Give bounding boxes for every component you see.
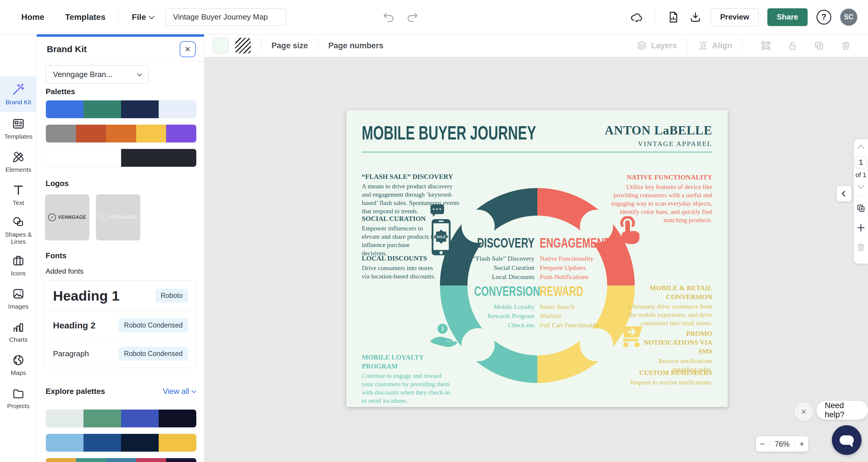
page-up-button[interactable] <box>854 146 868 150</box>
text-block-custom-reminders[interactable]: CUSTOM REMINDERS Request to receive noti… <box>606 368 712 387</box>
align-icon <box>698 40 709 51</box>
palette-color <box>121 100 159 118</box>
font-row-paragraph[interactable]: Paragraph Roboto Condensed <box>45 339 196 368</box>
zoom-in-button[interactable]: + <box>795 436 808 452</box>
chat-widget-button[interactable] <box>832 425 862 455</box>
sidebar-item-elements[interactable]: Elements <box>0 145 37 178</box>
delete-page-button[interactable] <box>854 242 868 252</box>
text-block-local-discounts[interactable]: LOCAL DISCOUNTS Drive consumers into sto… <box>362 254 436 281</box>
brand-palette[interactable] <box>45 149 196 167</box>
block-heading: “FLASH SALE” DISCOVERY <box>362 172 462 181</box>
sidebar-item-label: Shapes & Lines <box>0 231 37 245</box>
palette-color <box>136 458 166 462</box>
redo-icon[interactable] <box>406 11 419 24</box>
trash-icon[interactable] <box>840 40 851 51</box>
need-help-bubble[interactable]: Need help? <box>816 401 868 420</box>
duplicate-page-button[interactable] <box>854 203 868 213</box>
collapse-panel-button[interactable] <box>837 186 851 202</box>
text-block-social-curation[interactable]: SOCIAL CURATION Empower influencers to e… <box>362 214 436 258</box>
stage-reward[interactable]: REWARD Smart Search Wishlist Full Cart F… <box>540 284 631 330</box>
infographic-brand[interactable]: ANTON LaBELLE VINTAGE APPAREL <box>605 123 713 148</box>
sidebar-item-label: Templates <box>4 133 33 140</box>
sidebar-item-maps[interactable]: Maps <box>0 348 37 381</box>
export-document-icon[interactable] <box>667 11 680 24</box>
align-button[interactable]: Align <box>698 40 733 51</box>
stage-conversion[interactable]: CONVERSION Mobile Loyalty Rewards Progra… <box>448 284 534 330</box>
download-icon[interactable] <box>689 11 702 24</box>
palette-color <box>121 434 159 452</box>
avatar[interactable]: SC <box>840 8 857 26</box>
text-block-promo-notifications[interactable]: PROMO NOTIFICATIONS VIA SMS Receive noti… <box>638 329 712 374</box>
toolbar-divider <box>687 39 687 53</box>
stage-discovery[interactable]: DISCOVERY “Flash Sale” Discovery Social … <box>452 236 534 282</box>
page-down-button[interactable] <box>854 183 868 188</box>
share-button[interactable]: Share <box>767 8 808 26</box>
nav-home[interactable]: Home <box>21 12 44 22</box>
help-button[interactable]: ? <box>816 10 831 25</box>
brand-logo-dark[interactable]: VENNGAGE <box>45 194 89 241</box>
palette-color <box>84 434 121 452</box>
text-block-mobile-loyalty[interactable]: MOBILE LOYALTY PROGRAM Continue to engag… <box>362 353 454 405</box>
text-block-flash-sale[interactable]: “FLASH SALE” DISCOVERY A means to drive … <box>362 172 462 216</box>
sidebar-item-images[interactable]: Images <box>0 282 37 315</box>
sidebar-item-shapes-lines[interactable]: Shapes & Lines <box>0 211 37 249</box>
palette-color <box>84 100 121 118</box>
sidebar-item-icons[interactable]: Icons <box>0 249 37 282</box>
font-row-heading1[interactable]: Heading 1 Roboto <box>45 280 196 311</box>
view-all-link[interactable]: View all <box>163 387 195 396</box>
preview-button[interactable]: Preview <box>711 8 758 26</box>
infographic-title[interactable]: MOBILE BUYER JOURNEY <box>362 122 604 144</box>
brand-tagline: VINTAGE APPAREL <box>605 140 713 148</box>
brand-kit-selector-value: Venngage Bran... <box>53 70 113 79</box>
stage-name: DISCOVERY <box>477 236 534 250</box>
explore-palette[interactable] <box>45 409 196 428</box>
page-numbers-button[interactable]: Page numbers <box>328 41 383 50</box>
dismiss-help-button[interactable] <box>794 402 813 421</box>
nav-templates[interactable]: Templates <box>65 12 105 22</box>
canvas-page[interactable]: MOBILE BUYER JOURNEY ANTON LaBELLE VINTA… <box>346 110 728 407</box>
font-row-heading2[interactable]: Heading 2 Roboto Condensed <box>45 311 196 339</box>
block-heading: CUSTOM REMINDERS <box>606 368 712 377</box>
zoom-level[interactable]: 76% <box>769 436 795 452</box>
text-block-native-functionality[interactable]: NATIVE FUNCTIONALITY Utilize key feature… <box>610 173 712 224</box>
stage-engagement[interactable]: ENGAGEMENT Native Functionality Frequent… <box>540 236 631 282</box>
cloud-saved-icon <box>630 11 643 24</box>
current-page-box[interactable]: 1 <box>854 156 868 168</box>
logo-text: VENNGAGE <box>109 215 137 220</box>
sidebar-item-templates[interactable]: Templates <box>0 112 37 145</box>
trash-icon <box>856 242 866 252</box>
explore-palette[interactable] <box>45 434 196 452</box>
explore-palette[interactable] <box>45 458 196 462</box>
brand-palette[interactable] <box>45 124 196 143</box>
add-page-button[interactable] <box>854 223 868 233</box>
sidebar-item-label: Icons <box>11 270 26 277</box>
palette-color <box>159 100 196 118</box>
page-size-button[interactable]: Page size <box>272 41 308 50</box>
brand-logo-light[interactable]: VENNGAGE <box>96 194 140 241</box>
sidebar-item-text[interactable]: Text <box>0 178 37 211</box>
page-navigation-panel: 1 of 1 <box>854 139 868 264</box>
file-menu[interactable]: File <box>132 12 154 22</box>
layers-icon <box>636 40 647 51</box>
sidebar-item-charts[interactable]: Charts <box>0 315 37 348</box>
sidebar-item-brand-kit[interactable]: Brand Kit <box>0 76 37 112</box>
text-block-retail-conversion[interactable]: MOBILE & RETAIL CONVERSION Ultimately dr… <box>621 284 712 328</box>
lock-icon[interactable] <box>787 40 798 51</box>
crop-icon[interactable] <box>760 40 772 51</box>
logo-text: VENNGAGE <box>58 215 87 220</box>
brand-kit-selector[interactable]: Venngage Bran... <box>45 65 149 84</box>
header-actions: Preview Share ? SC <box>630 8 857 26</box>
zoom-out-button[interactable]: − <box>756 436 769 452</box>
sidebar-item-projects[interactable]: Projects <box>0 381 37 414</box>
top-header: Home Templates File <box>0 0 868 34</box>
duplicate-icon[interactable] <box>813 40 825 51</box>
background-pattern-swatch[interactable] <box>235 38 251 54</box>
document-title-input[interactable] <box>165 8 286 26</box>
undo-icon[interactable] <box>382 11 395 24</box>
brand-kit-panel-header: Brand Kit <box>37 37 204 62</box>
brand-palette[interactable] <box>45 100 196 119</box>
sidebar-item-label: Images <box>8 303 29 310</box>
page-background-swatch[interactable] <box>213 38 228 54</box>
layers-button[interactable]: Layers <box>636 40 677 51</box>
close-panel-button[interactable] <box>180 41 196 57</box>
